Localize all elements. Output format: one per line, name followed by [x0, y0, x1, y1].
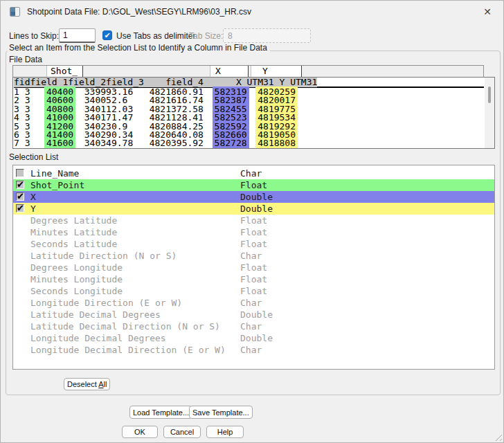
item-name: Seconds Latitude: [30, 238, 117, 250]
item-name: X: [30, 191, 36, 203]
item-name: Y: [30, 203, 36, 215]
assigned-column-y[interactable]: Y: [251, 66, 302, 77]
cell-y: 4818808: [255, 138, 298, 148]
item-type: Float: [240, 273, 267, 285]
selection-list-label: Selection List: [9, 152, 58, 162]
selection-row[interactable]: Seconds LongitudeFloat: [13, 285, 494, 297]
cell-shotpoint: 41600: [44, 138, 75, 148]
selection-row[interactable]: ✔Shot_PointFloat: [13, 179, 494, 191]
check-mark-icon: ✔: [17, 190, 24, 202]
selection-row[interactable]: Longitude Direction (E or W)Char: [13, 297, 494, 309]
cell-x: 582728: [213, 138, 249, 148]
item-type: Char: [240, 344, 262, 356]
lines-to-skip-label: Lines to Skip:: [9, 31, 59, 41]
lines-to-skip-input[interactable]: [59, 28, 96, 43]
item-name: Minutes Latitude: [30, 226, 117, 238]
row-fid: 7 3: [14, 138, 46, 148]
item-type: Float: [240, 285, 267, 297]
selection-row[interactable]: Latitude Decimal Direction (N or S)Char: [13, 320, 494, 332]
item-type: Double: [240, 309, 273, 320]
file-header-text: fidfield_1field_2field_3 field_4 X_UTM31…: [14, 77, 317, 87]
selection-row[interactable]: Degrees LatitudeFloat: [13, 215, 494, 226]
file-data-scrollbar[interactable]: [485, 78, 494, 148]
selection-row[interactable]: Minutes LatitudeFloat: [13, 226, 494, 238]
item-type: Double: [240, 203, 273, 215]
checkbox-checked[interactable]: ✔: [16, 192, 24, 201]
groupbox-label: Select an Item from the Selection List t…: [8, 43, 270, 53]
tab-size-input: [223, 28, 311, 43]
item-name: Latitude Direction (N or S): [30, 250, 177, 262]
check-mark-icon: ✔: [17, 202, 24, 214]
selection-list[interactable]: Line_NameChar✔Shot_PointFloat✔XDouble✔YD…: [12, 165, 495, 370]
item-name: Degrees Longitude: [30, 262, 123, 273]
load-template-button[interactable]: Load Template...: [129, 406, 192, 419]
selection-row[interactable]: Longitude Decimal Direction (E or W)Char: [13, 344, 494, 356]
window-title: Shotpoint Data File: D:\GOL_West\SEGY\LR…: [27, 7, 251, 17]
assigned-column-shotpoint[interactable]: Shot_: [46, 66, 83, 77]
file-data-content: fidfield_1field_2field_3 field_4 X_UTM31…: [14, 78, 484, 148]
table-row[interactable]: 7 3 41600 340349.78 4820395.92 582728 48…: [14, 139, 484, 147]
tab-size-label: Tab Size:: [189, 31, 223, 41]
item-name: Seconds Longitude: [30, 285, 123, 297]
save-template-button[interactable]: Save Template...: [189, 406, 253, 419]
item-name: Shot_Point: [30, 179, 84, 191]
close-icon[interactable]: ✕: [480, 4, 495, 19]
file-data-table[interactable]: fidfield_1field_2field_3 field_4 X_UTM31…: [12, 77, 495, 149]
cell-fields: 340349.78 4820395.92: [73, 138, 215, 148]
scrollbar-thumb[interactable]: [488, 87, 491, 103]
item-type: Char: [240, 168, 262, 179]
selection-row[interactable]: Line_NameChar: [13, 168, 494, 179]
selection-row[interactable]: Seconds LatitudeFloat: [13, 238, 494, 250]
title-bar: Shotpoint Data File: D:\GOL_West\SEGY\LR…: [1, 1, 503, 23]
item-name: Degrees Latitude: [30, 215, 117, 226]
checkbox-unchecked[interactable]: [16, 169, 24, 177]
check-mark-icon: ✔: [17, 179, 24, 190]
selection-row[interactable]: ✔XDouble: [13, 191, 494, 203]
help-button[interactable]: Help: [206, 426, 244, 438]
item-name: Line_Name: [30, 168, 79, 179]
item-name: Longitude Decimal Direction (E or W): [30, 344, 226, 356]
assigned-column-x[interactable]: X: [210, 66, 249, 77]
resize-grip[interactable]: [493, 432, 502, 441]
item-name: Longitude Decimal Degrees: [30, 332, 166, 344]
selection-row[interactable]: Latitude Decimal DegreesDouble: [13, 309, 494, 320]
selection-row[interactable]: Longitude Decimal DegreesDouble: [13, 332, 494, 344]
selection-row[interactable]: Latitude Direction (N or S)Char: [13, 250, 494, 262]
checkbox-checked[interactable]: ✔: [16, 204, 24, 213]
deselect-all-button[interactable]: Deselect All: [64, 378, 110, 390]
cancel-button[interactable]: Cancel: [163, 426, 201, 438]
item-type: Float: [240, 215, 267, 226]
use-tabs-label: Use Tabs as delimiter: [116, 31, 196, 41]
item-name: Minutes Longitude: [30, 273, 123, 285]
item-type: Double: [240, 332, 273, 344]
checkbox-checked[interactable]: ✔: [16, 181, 24, 189]
column-assignment-band: Shot_ X Y: [12, 65, 484, 78]
use-tabs-checkbox[interactable]: ✔: [102, 30, 112, 40]
item-name: Longitude Direction (E or W): [30, 297, 182, 309]
item-name: Latitude Decimal Direction (N or S): [30, 320, 220, 332]
selection-row[interactable]: ✔YDouble: [13, 203, 494, 215]
ok-button[interactable]: OK: [122, 426, 158, 438]
shotpoint-data-file-dialog: Shotpoint Data File: D:\GOL_West\SEGY\LR…: [0, 0, 504, 443]
item-type: Float: [240, 226, 267, 238]
item-type: Char: [240, 320, 262, 332]
selection-row[interactable]: Degrees LongitudeFloat: [13, 262, 494, 273]
item-type: Double: [240, 191, 273, 203]
item-type: Char: [240, 297, 262, 309]
item-type: Char: [240, 250, 262, 262]
selection-row[interactable]: Minutes LongitudeFloat: [13, 273, 494, 285]
item-type: Float: [240, 238, 267, 250]
file-data-label: File Data: [9, 55, 42, 64]
item-type: Float: [240, 262, 267, 273]
item-type: Float: [240, 179, 267, 191]
item-name: Latitude Decimal Degrees: [30, 309, 161, 320]
app-icon: [10, 7, 20, 17]
